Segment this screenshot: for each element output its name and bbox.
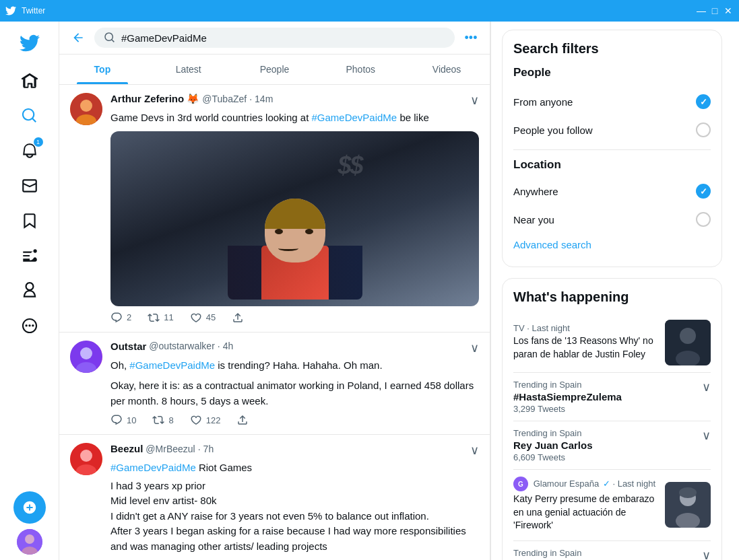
back-button[interactable]: [67, 27, 89, 48]
trend-info-5: Trending in Spain #GameDevPaidMe: [513, 548, 601, 560]
trend-item-2[interactable]: Trending in Spain #HastaSiempreZulema 3,…: [513, 373, 711, 421]
trend-name-4: Katy Perry presume de embarazo en una ge…: [513, 493, 665, 532]
tweet-caret-3[interactable]: ∨: [470, 443, 479, 458]
trend-meta-1: TV · Last night: [513, 323, 665, 333]
nav-logo[interactable]: [13, 27, 46, 59]
like-button-1[interactable]: 45: [190, 312, 216, 324]
trend-content-1: TV · Last night Los fans de '13 Reasons …: [513, 323, 665, 362]
search-input[interactable]: [121, 32, 445, 44]
tweet-actions-2: 10 8 122: [110, 414, 479, 426]
trend-name-1: Los fans de '13 Reasons Why' no paran de…: [513, 335, 665, 361]
tweet-avatar-3[interactable]: [70, 443, 102, 475]
tweet-text-1: Game Devs in 3rd world countries looking…: [110, 110, 479, 126]
share-icon-1: [232, 312, 244, 324]
reply-button-1[interactable]: 2: [110, 312, 131, 324]
app-container: 1: [0, 22, 739, 560]
anywhere-radio[interactable]: [696, 184, 711, 199]
tab-videos[interactable]: Videos: [404, 55, 490, 84]
user-avatar[interactable]: [17, 529, 42, 555]
retweet-button-1[interactable]: 11: [148, 312, 173, 324]
like-count-1: 45: [206, 312, 216, 322]
tab-latest[interactable]: Latest: [146, 55, 232, 84]
maximize-button[interactable]: □: [709, 5, 720, 16]
tweet-user-3: Beezul @MrBeezul · 7h: [110, 443, 214, 454]
trend-item-1[interactable]: TV · Last night Los fans de '13 Reasons …: [513, 313, 711, 373]
filter-divider-1: [513, 149, 711, 150]
trend-meta-2: Trending in Spain: [513, 380, 622, 390]
retweet-count-2: 8: [168, 415, 173, 425]
retweet-icon-1: [148, 312, 160, 324]
reply-button-2[interactable]: 10: [110, 414, 136, 426]
reply-count-1: 2: [127, 312, 131, 322]
search-input-wrap: [94, 28, 455, 48]
share-icon-2: [236, 414, 249, 426]
compose-button[interactable]: [13, 491, 46, 524]
tweet-caret-2[interactable]: ∨: [470, 341, 479, 355]
tweet-hashtag-2[interactable]: #GameDevPaidMe: [129, 359, 215, 371]
tweet-avatar-1[interactable]: [70, 93, 102, 125]
tweet-time-3: 7h: [203, 444, 214, 454]
tweet-text-3: #GameDevPaidMe Riot Games: [110, 460, 479, 476]
from-anyone-label: From anyone: [513, 96, 573, 108]
trend-name-2: #HastaSiempreZulema: [513, 391, 622, 403]
nav-profile-button[interactable]: [13, 275, 46, 307]
feed-scroll[interactable]: Arthur Zeferino 🦊 @TubaZef · 14m ∨ Game …: [59, 85, 490, 560]
content-area: ••• Top Latest People Photos Videos: [59, 22, 739, 560]
tweet-hashtag-3[interactable]: #GameDevPaidMe: [110, 462, 196, 473]
trend-name-3: Rey Juan Carlos: [513, 440, 593, 451]
minimize-button[interactable]: —: [696, 5, 707, 16]
svg-point-13: [680, 328, 696, 344]
trend-item-5[interactable]: Trending in Spain #GameDevPaidMe ∨: [513, 541, 711, 560]
nav-more-button[interactable]: [13, 310, 46, 342]
tab-photos[interactable]: Photos: [317, 55, 404, 84]
svg-point-18: [679, 487, 697, 498]
nav-messages-button[interactable]: [13, 170, 46, 202]
like-icon-2: [190, 414, 202, 426]
search-bar-icon: [104, 32, 116, 44]
retweet-icon-2: [152, 414, 164, 426]
tweet-image-inner-1: $$: [110, 131, 479, 306]
nav-bookmarks-button[interactable]: [13, 205, 46, 237]
trend-header-3: Trending in Spain Rey Juan Carlos 6,609 …: [513, 428, 711, 462]
near-you-radio[interactable]: [696, 212, 711, 227]
retweet-button-2[interactable]: 8: [152, 414, 173, 426]
tweet-hashtag-1[interactable]: #GameDevPaidMe: [311, 112, 397, 123]
people-you-follow-option[interactable]: People you follow: [513, 116, 711, 144]
near-you-option[interactable]: Near you: [513, 205, 711, 234]
tweet-item-2: Outstar @outstarwalker · 4h ∨ Oh, #GameD…: [59, 332, 490, 435]
trend-image-4: [665, 482, 711, 528]
tab-top[interactable]: Top: [59, 55, 146, 84]
trend-item-3[interactable]: Trending in Spain Rey Juan Carlos 6,609 …: [513, 421, 711, 470]
tweet-avatar-2[interactable]: [70, 341, 102, 373]
nav-home-button[interactable]: [13, 65, 46, 97]
like-button-2[interactable]: 122: [190, 414, 221, 426]
from-anyone-radio[interactable]: [696, 94, 711, 109]
search-more-button[interactable]: •••: [460, 27, 482, 48]
main-feed: ••• Top Latest People Photos Videos: [59, 22, 490, 560]
tweet-image-1: $$: [110, 131, 479, 306]
from-anyone-option[interactable]: From anyone: [513, 88, 711, 116]
chevron-down-icon-3[interactable]: ∨: [702, 428, 711, 443]
share-button-2[interactable]: [236, 414, 249, 426]
bookmark-icon: [21, 212, 38, 230]
anywhere-option[interactable]: Anywhere: [513, 177, 711, 205]
nav-lists-button[interactable]: [13, 240, 46, 272]
retweet-count-1: 11: [164, 312, 173, 322]
tab-people[interactable]: People: [232, 55, 318, 84]
nav-notifications-button[interactable]: 1: [13, 135, 46, 167]
share-button-1[interactable]: [232, 312, 244, 324]
close-button[interactable]: ✕: [723, 5, 734, 16]
nav-search-button[interactable]: [13, 100, 46, 132]
tweet-time-1: 14m: [255, 94, 273, 104]
chevron-down-icon-2[interactable]: ∨: [702, 380, 711, 394]
tabs: Top Latest People Photos Videos: [59, 55, 490, 85]
tweet-caret-1[interactable]: ∨: [470, 93, 479, 108]
trend-item-4[interactable]: G Glamour España ✓ · Last night Katy Per…: [513, 470, 711, 541]
chevron-down-icon-5[interactable]: ∨: [702, 548, 711, 560]
tweet-handle-2: @outstarwalker: [149, 341, 214, 351]
people-you-follow-radio[interactable]: [696, 123, 711, 137]
tweet-text-2b: Okay, here it is: as a contractual anima…: [110, 378, 479, 409]
twitter-nav-logo-icon: [20, 33, 40, 53]
advanced-search-link[interactable]: Advanced search: [513, 234, 711, 256]
tweet-body-2: Outstar @outstarwalker · 4h ∨ Oh, #GameD…: [110, 341, 479, 427]
